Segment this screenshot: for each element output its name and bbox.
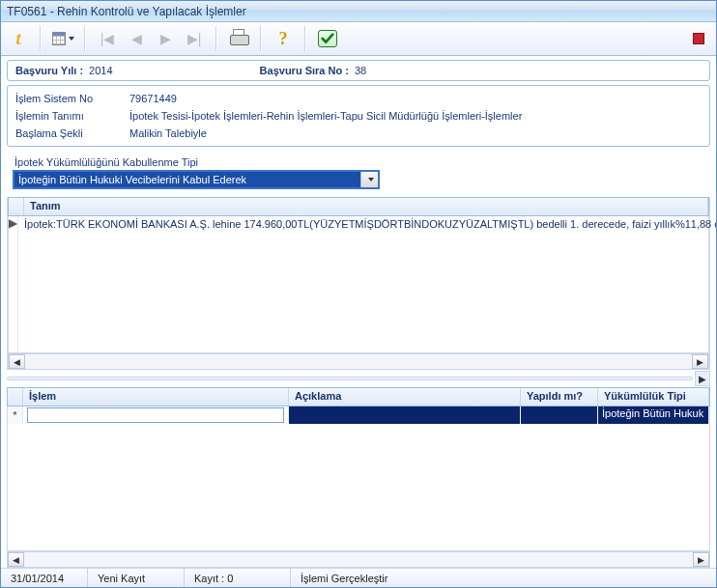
status-date: 31/01/2014 [1, 569, 88, 587]
definition-grid-header: Tanım [8, 197, 709, 216]
grid-view-button[interactable] [49, 25, 76, 52]
yapildi-cell[interactable] [521, 406, 598, 424]
app-logo-icon: t [15, 29, 20, 49]
confirm-button[interactable] [314, 25, 341, 52]
help-icon: ? [279, 29, 288, 49]
col-islem[interactable]: İşlem [23, 388, 289, 406]
start-value: Malikin Talebiyle [129, 125, 207, 142]
col-aciklama[interactable]: Açıklama [289, 388, 521, 406]
help-button[interactable]: ? [270, 25, 297, 52]
grid-icon [51, 31, 67, 46]
sysno-value: 79671449 [129, 90, 177, 107]
aciklama-cell[interactable] [289, 406, 521, 424]
nav-next-button[interactable]: ▶ [152, 25, 179, 52]
seq-label: Başvuru Sıra No : [260, 65, 349, 76]
combo-block: İpotek Yükümlülüğünü Kabullenme Tipi [7, 151, 710, 193]
nav-last-icon: ▶| [187, 32, 202, 45]
sysno-label: İşlem Sistem No [15, 90, 122, 107]
titlebar: TF0561 - Rehin Kontrolü ve Yapılacak İşl… [1, 1, 716, 22]
nav-next-icon: ▶ [160, 32, 171, 45]
application-ref-bar: Başvuru Yılı : 2014 Başvuru Sıra No : 38 [7, 60, 710, 81]
form-panel: İşlem Sistem No 79671449 İşlemin Tanımı … [7, 85, 710, 147]
content-area: Başvuru Yılı : 2014 Başvuru Sıra No : 38… [1, 56, 716, 568]
scroll-left-button[interactable]: ◀ [9, 354, 25, 369]
obligation-type-input[interactable] [14, 172, 360, 187]
def-value: İpotek Tesisi-İpotek İşlemleri-Rehin İşl… [129, 107, 522, 125]
col-yukumluluk[interactable]: Yükümlülük Tipi [598, 388, 709, 406]
obligation-type-combo[interactable] [13, 170, 380, 189]
status-bar: 31/01/2014 Yeni Kayıt Kayıt : 0 İşlemi G… [1, 568, 716, 587]
status-mode: Yeni Kayıt [88, 569, 185, 587]
combo-label: İpotek Yükümlülüğünü Kabullenme Tipi [14, 156, 704, 168]
window-title: TF0561 - Rehin Kontrolü ve Yapılacak İşl… [7, 5, 246, 18]
def-label: İşlemin Tanımı [15, 107, 122, 125]
combo-dropdown-button[interactable] [360, 172, 378, 187]
row-marker: ▶ [9, 216, 18, 352]
toolbar-separator [304, 26, 306, 51]
col-yapildi[interactable]: Yapıldı mı? [521, 388, 598, 406]
nav-prev-icon: ◀ [131, 32, 142, 45]
year-value: 2014 [89, 65, 112, 76]
start-label: Başlama Şekli [15, 125, 122, 142]
close-icon [693, 33, 704, 44]
seq-value: 38 [355, 65, 366, 76]
status-count: Kayıt : 0 [185, 569, 291, 587]
year-label: Başvuru Yılı : [15, 65, 83, 76]
toolbar-separator [215, 26, 217, 51]
app-window: TF0561 - Rehin Kontrolü ve Yapılacak İşl… [0, 0, 717, 588]
actions-grid-body[interactable]: * İpoteğin Bütün Hukuk [7, 406, 710, 551]
tanim-cell[interactable]: İpotek:TÜRK EKONOMİ BANKASI A.Ş. lehine … [18, 216, 716, 352]
toolbar-separator [260, 26, 262, 51]
chevron-down-icon [69, 37, 74, 41]
app-logo-button[interactable]: t [5, 25, 32, 52]
islem-input[interactable] [27, 407, 284, 423]
scroll-right-button[interactable]: ▶ [693, 552, 709, 567]
splitter-toggle[interactable]: ▶ [695, 371, 710, 386]
toolbar-separator [40, 26, 42, 51]
col-tanim[interactable]: Tanım [24, 198, 708, 215]
check-icon [318, 30, 337, 47]
new-row-marker: * [8, 406, 23, 424]
toolbar-separator [84, 26, 86, 51]
islem-cell[interactable] [23, 406, 289, 424]
splitter-line [7, 377, 693, 380]
nav-first-icon: |◀ [100, 32, 115, 45]
row-header-blank [9, 198, 24, 215]
printer-icon [230, 32, 247, 45]
scroll-track[interactable] [24, 552, 693, 567]
grid2-hscroll[interactable]: ◀ ▶ [7, 551, 710, 568]
status-action: İşlemi Gerçekleştir [291, 569, 716, 587]
definition-grid-body[interactable]: ▶ İpotek:TÜRK EKONOMİ BANKASI A.Ş. lehin… [8, 216, 709, 353]
chevron-down-icon [368, 178, 374, 182]
scroll-right-button[interactable]: ▶ [692, 354, 708, 369]
table-row[interactable]: * İpoteğin Bütün Hukuk [8, 406, 709, 424]
nav-first-button[interactable]: |◀ [94, 25, 121, 52]
nav-prev-button[interactable]: ◀ [123, 25, 150, 52]
actions-grid: İşlem Açıklama Yapıldı mı? Yükümlülük Ti… [7, 387, 710, 568]
grid1-hscroll[interactable]: ◀ ▶ [8, 353, 709, 370]
nav-last-button[interactable]: ▶| [181, 25, 208, 52]
yukumluluk-cell[interactable]: İpoteğin Bütün Hukuk [598, 406, 709, 424]
toolbar: t |◀ ◀ ▶ ▶| ? [1, 22, 716, 56]
row-header-blank [8, 388, 23, 406]
scroll-left-button[interactable]: ◀ [8, 552, 24, 567]
scroll-track[interactable] [25, 354, 692, 369]
actions-grid-header: İşlem Açıklama Yapıldı mı? Yükümlülük Ti… [7, 387, 710, 406]
splitter[interactable]: ▶ [7, 374, 710, 383]
close-tool-button[interactable] [685, 25, 712, 52]
print-button[interactable] [225, 25, 252, 52]
definition-grid: Tanım ▶ İpotek:TÜRK EKONOMİ BANKASI A.Ş.… [7, 197, 710, 370]
